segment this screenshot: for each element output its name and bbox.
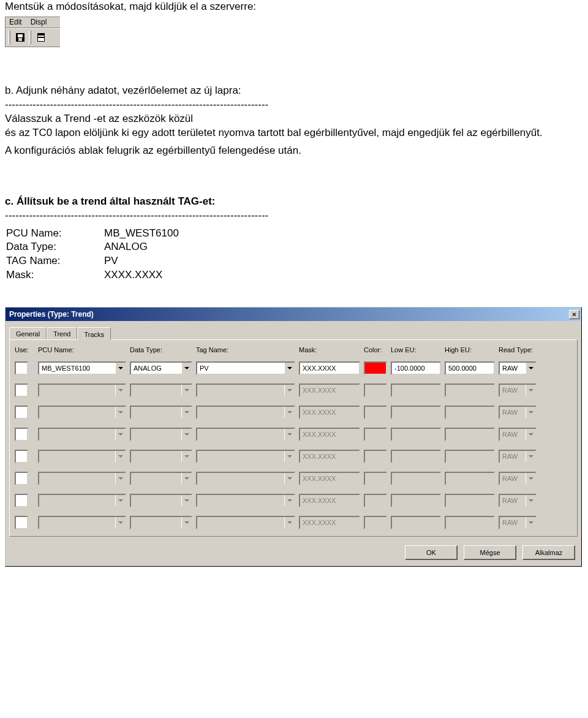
mask-field[interactable]: XXX.XXXX — [299, 406, 360, 419]
mask-field[interactable]: XXX.XXXX — [299, 516, 360, 529]
low-eu-field[interactable] — [391, 516, 441, 529]
datatype-combo[interactable] — [130, 384, 192, 397]
menu-display[interactable]: Displ — [31, 18, 47, 26]
kv-key: Data Type: — [6, 240, 104, 254]
color-swatch[interactable] — [364, 472, 387, 485]
datatype-combo[interactable] — [130, 428, 192, 441]
use-checkbox[interactable] — [15, 384, 28, 397]
low-eu-field[interactable] — [391, 406, 441, 419]
color-swatch[interactable] — [364, 450, 387, 463]
track-row: XXX.XXXXRAW — [15, 467, 572, 489]
chevron-down-icon — [181, 473, 191, 484]
mask-field[interactable]: XXX.XXXX — [299, 494, 360, 507]
datatype-combo[interactable] — [130, 472, 192, 485]
use-checkbox[interactable] — [15, 472, 28, 485]
hr: ----------------------------------------… — [5, 209, 583, 223]
tagname-combo[interactable] — [196, 516, 295, 529]
datatype-combo[interactable] — [130, 406, 192, 419]
tagname-combo[interactable]: PV — [196, 361, 295, 375]
color-swatch[interactable] — [364, 406, 387, 419]
pcu-combo[interactable] — [38, 450, 126, 463]
tagname-combo[interactable] — [196, 406, 295, 419]
color-swatch[interactable] — [364, 384, 387, 397]
tagname-combo[interactable] — [196, 472, 295, 485]
color-swatch[interactable] — [364, 361, 387, 375]
readtype-combo[interactable]: RAW — [499, 450, 537, 463]
datatype-combo[interactable]: ANALOG — [130, 361, 192, 375]
chevron-down-icon — [284, 517, 294, 528]
readtype-combo[interactable]: RAW — [499, 516, 537, 529]
tab-general[interactable]: General — [9, 327, 47, 339]
readtype-combo[interactable]: RAW — [499, 428, 537, 441]
pcu-combo[interactable] — [38, 428, 126, 441]
readtype-combo[interactable]: RAW — [499, 384, 537, 397]
use-checkbox[interactable] — [15, 516, 28, 529]
color-swatch[interactable] — [364, 494, 387, 507]
readtype-combo[interactable]: RAW — [499, 494, 537, 507]
apply-button[interactable]: Alkalmaz — [522, 545, 575, 560]
kv-val: XXXX.XXXX — [104, 268, 201, 282]
chevron-down-icon — [526, 429, 535, 440]
high-eu-field[interactable] — [445, 516, 495, 529]
ok-button[interactable]: OK — [405, 545, 458, 560]
tagname-combo[interactable] — [196, 428, 295, 441]
tagname-combo[interactable] — [196, 450, 295, 463]
readtype-combo[interactable]: RAW — [499, 472, 537, 485]
high-eu-field[interactable] — [445, 472, 495, 485]
datatype-combo[interactable] — [130, 516, 192, 529]
high-eu-field[interactable] — [445, 494, 495, 507]
pcu-combo[interactable] — [38, 406, 126, 419]
mask-field[interactable]: XXX.XXXX — [299, 428, 360, 441]
datatype-combo[interactable] — [130, 450, 192, 463]
mask-field[interactable]: XXX.XXXX — [299, 472, 360, 485]
pcu-combo[interactable] — [38, 384, 126, 397]
use-checkbox[interactable] — [15, 428, 28, 441]
properties-dialog: Properties (Type: Trend) × General Trend… — [5, 307, 582, 567]
tab-trend[interactable]: Trend — [47, 327, 77, 339]
menu-edit[interactable]: Edit — [9, 18, 22, 26]
color-swatch[interactable] — [364, 428, 387, 441]
use-checkbox[interactable] — [15, 406, 28, 419]
color-swatch[interactable] — [364, 516, 387, 529]
high-eu-field[interactable]: 500.0000 — [445, 361, 495, 375]
hdr-rtype: Read Type: — [499, 346, 537, 353]
chevron-down-icon — [181, 429, 191, 440]
tagname-combo[interactable] — [196, 494, 295, 507]
cancel-button[interactable]: Mégse — [464, 545, 516, 560]
high-eu-field[interactable] — [445, 428, 495, 441]
chevron-down-icon — [115, 429, 125, 440]
b-line-2: Válasszuk a Trend -et az eszközök közül — [5, 112, 583, 126]
low-eu-field[interactable] — [391, 384, 441, 397]
mask-field[interactable]: XXX.XXXX — [299, 361, 360, 375]
titlebar[interactable]: Properties (Type: Trend) × — [6, 308, 581, 321]
low-eu-field[interactable] — [391, 450, 441, 463]
low-eu-field[interactable] — [391, 428, 441, 441]
tagname-combo[interactable] — [196, 384, 295, 397]
chevron-down-icon — [181, 407, 191, 418]
tab-tracks[interactable]: Tracks — [77, 327, 111, 340]
tracks-panel: Use: PCU Name: Data Type: Tag Name: Mask… — [9, 339, 578, 537]
readtype-combo[interactable]: RAW — [499, 406, 537, 419]
pcu-combo[interactable] — [38, 494, 126, 507]
save-button[interactable] — [13, 30, 28, 45]
hdr-tag: Tag Name: — [196, 346, 295, 353]
use-checkbox[interactable] — [15, 450, 28, 463]
low-eu-field[interactable] — [391, 494, 441, 507]
low-eu-field[interactable]: -100.0000 — [391, 361, 441, 375]
mask-field[interactable]: XXX.XXXX — [299, 450, 360, 463]
high-eu-field[interactable] — [445, 384, 495, 397]
high-eu-field[interactable] — [445, 406, 495, 419]
pcu-combo[interactable] — [38, 516, 126, 529]
dialog-buttons: OK Mégse Alkalmaz — [6, 542, 581, 566]
use-checkbox[interactable] — [15, 494, 28, 507]
pcu-combo[interactable]: MB_WEST6100 — [38, 361, 126, 375]
high-eu-field[interactable] — [445, 450, 495, 463]
pcu-combo[interactable] — [38, 472, 126, 485]
low-eu-field[interactable] — [391, 472, 441, 485]
datatype-combo[interactable] — [130, 494, 192, 507]
mask-field[interactable]: XXX.XXXX — [299, 384, 360, 397]
page-button[interactable] — [34, 30, 48, 45]
readtype-combo[interactable]: RAW — [499, 361, 537, 375]
use-checkbox[interactable] — [15, 361, 28, 375]
close-button[interactable]: × — [569, 310, 579, 319]
